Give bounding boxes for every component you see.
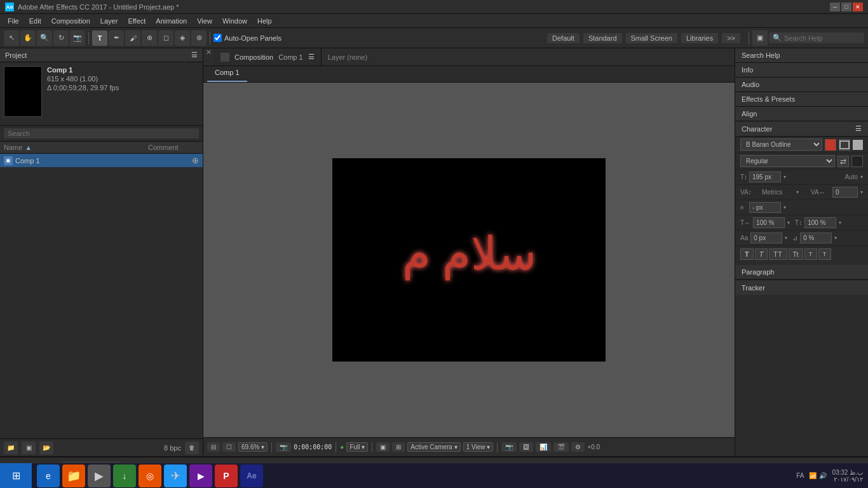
- menu-view[interactable]: View: [192, 16, 217, 26]
- stroke-color[interactable]: [853, 140, 863, 150]
- transparency-btn[interactable]: ⊞: [392, 442, 405, 452]
- tool-paint[interactable]: 🖌: [125, 30, 140, 46]
- minimize-button[interactable]: ─: [830, 3, 840, 11]
- menu-layer[interactable]: Layer: [95, 16, 123, 26]
- taskbar-chrome[interactable]: ◎: [139, 464, 161, 487]
- scale-h-input[interactable]: [753, 217, 785, 228]
- region-btn[interactable]: ▣: [376, 442, 390, 452]
- delete-button[interactable]: 🗑: [185, 442, 199, 454]
- font-size-input[interactable]: [749, 172, 781, 182]
- bg-color-swatch[interactable]: [851, 156, 863, 167]
- tool-eraser[interactable]: ◻: [158, 30, 173, 46]
- menu-composition[interactable]: Composition: [46, 16, 95, 26]
- size-dropdown[interactable]: ▾: [783, 174, 786, 180]
- align-header[interactable]: Align: [735, 107, 868, 121]
- flow-map-btn[interactable]: 📊: [536, 442, 551, 452]
- tool-zoom[interactable]: 🔍: [37, 30, 52, 46]
- search-help-header[interactable]: Search Help: [735, 48, 868, 62]
- toolbar-panel-toggle[interactable]: ▣: [752, 30, 768, 46]
- comp-tab-main[interactable]: Composition Comp 1 ☰: [214, 48, 322, 65]
- taskbar-folder[interactable]: 📁: [62, 464, 85, 487]
- tool-text[interactable]: T: [92, 30, 107, 46]
- workspace-more[interactable]: >>: [722, 33, 740, 43]
- start-button[interactable]: ⊞: [0, 463, 32, 489]
- taskbar-telegram[interactable]: ✈: [164, 464, 187, 487]
- new-item-button[interactable]: 📁: [4, 442, 18, 454]
- camera-select[interactable]: Active Camera ▾: [407, 442, 460, 452]
- taskbar-pomodoro[interactable]: P: [215, 464, 238, 487]
- search-help-input[interactable]: [784, 34, 860, 42]
- tool-clone[interactable]: ⊕: [142, 30, 157, 46]
- project-search-input[interactable]: [4, 128, 199, 139]
- workspace-libraries[interactable]: Libraries: [681, 33, 718, 43]
- baseline-dropdown[interactable]: ▾: [785, 235, 787, 241]
- font-color-picker[interactable]: [825, 139, 836, 151]
- new-comp-button[interactable]: ▣: [22, 442, 36, 454]
- scale-h-dropdown[interactable]: ▾: [787, 220, 790, 226]
- menu-animation[interactable]: Animation: [151, 16, 192, 26]
- taskbar-ae[interactable]: Ae: [240, 464, 263, 487]
- skew-dropdown[interactable]: ▾: [834, 235, 837, 241]
- auto-dropdown[interactable]: ▾: [860, 174, 863, 180]
- settings-btn[interactable]: ⚙: [571, 442, 585, 452]
- taskbar-ie[interactable]: e: [37, 464, 60, 487]
- bold-btn[interactable]: T: [740, 248, 754, 260]
- font-family-select[interactable]: B Baran Outline: [740, 139, 822, 151]
- font-stroke-picker[interactable]: [839, 139, 850, 151]
- scale-v-dropdown[interactable]: ▾: [839, 220, 841, 226]
- comp-tab-menu[interactable]: ☰: [308, 53, 315, 61]
- allcaps-btn[interactable]: TT: [769, 248, 787, 260]
- workspace-default[interactable]: Default: [547, 33, 580, 43]
- zoom-select[interactable]: 69.6% ▾: [238, 442, 268, 452]
- skew-input[interactable]: [800, 233, 832, 243]
- comp-close[interactable]: ✕: [203, 48, 214, 65]
- tracking-input[interactable]: [832, 187, 858, 198]
- comp-sub-tab-comp1[interactable]: Comp 1: [207, 66, 247, 82]
- tool-hand[interactable]: ✋: [20, 30, 36, 46]
- camera-icon[interactable]: 📷: [276, 442, 291, 452]
- char-menu-icon[interactable]: ☰: [855, 125, 862, 133]
- info-header[interactable]: Info: [735, 63, 868, 77]
- sub-btn[interactable]: T: [818, 248, 831, 260]
- project-item[interactable]: ▣ Comp 1 ⊕: [0, 154, 203, 167]
- maximize-button[interactable]: □: [841, 3, 851, 11]
- scale-v-input[interactable]: [804, 217, 836, 228]
- menu-effect[interactable]: Effect: [123, 16, 151, 26]
- super-btn[interactable]: T: [804, 248, 817, 260]
- item-options[interactable]: ⊕: [192, 156, 199, 165]
- show-snap-btn[interactable]: 🖼: [519, 442, 533, 452]
- swap-colors-btn[interactable]: ⇄: [837, 156, 849, 167]
- leading-input[interactable]: [749, 202, 781, 213]
- tool-rotate[interactable]: ↻: [53, 30, 69, 46]
- tool-camera[interactable]: 📷: [70, 30, 85, 46]
- menu-edit[interactable]: Edit: [24, 16, 46, 26]
- tracking-dropdown[interactable]: ▾: [860, 189, 863, 195]
- render-btn[interactable]: 🎬: [553, 442, 569, 452]
- taskbar-download[interactable]: ↓: [113, 464, 136, 487]
- menu-file[interactable]: File: [3, 16, 24, 26]
- tool-puppet[interactable]: ⊛: [191, 30, 207, 46]
- tool-select[interactable]: ↖: [4, 30, 19, 46]
- new-folder-button[interactable]: 📂: [39, 442, 53, 454]
- view-options-btn[interactable]: ☐: [222, 442, 236, 452]
- tracker-header[interactable]: Tracker: [735, 281, 868, 295]
- tool-roto[interactable]: ◈: [175, 30, 190, 46]
- taskbar-media[interactable]: ▶: [88, 464, 111, 487]
- leading-dropdown[interactable]: ▾: [783, 205, 786, 210]
- quality-select[interactable]: Full ▾: [346, 442, 368, 452]
- menu-window[interactable]: Window: [217, 16, 252, 26]
- italic-btn[interactable]: T: [755, 248, 768, 260]
- reset-exposure-btn[interactable]: ⊟: [207, 442, 220, 452]
- metrics-dropdown[interactable]: ▾: [796, 189, 799, 195]
- project-menu-icon[interactable]: ☰: [191, 51, 198, 59]
- audio-header[interactable]: Audio: [735, 78, 868, 92]
- baseline-input[interactable]: [750, 233, 782, 243]
- snapshot-btn[interactable]: 📷: [501, 442, 517, 452]
- smallcaps-btn[interactable]: Tt: [789, 248, 803, 260]
- view-select[interactable]: 1 View ▾: [463, 442, 494, 452]
- taskbar-player[interactable]: ▶: [189, 464, 212, 487]
- font-style-select[interactable]: Regular: [740, 155, 835, 167]
- tool-pen[interactable]: ✒: [109, 30, 124, 46]
- close-button[interactable]: ✕: [853, 3, 863, 11]
- effects-presets-header[interactable]: Effects & Presets: [735, 92, 868, 106]
